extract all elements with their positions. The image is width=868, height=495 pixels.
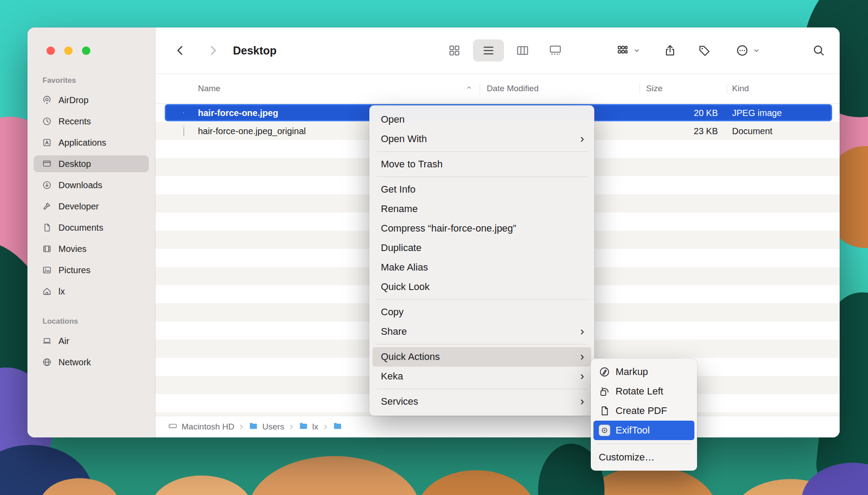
sidebar-item-label: Downloads [58,180,102,190]
submenu-item-exiftool[interactable]: ExifTool [593,421,694,440]
menu-item-open[interactable]: Open [372,110,591,129]
menu-item-rename[interactable]: Rename [372,199,591,219]
column-header-date-modified[interactable]: Date Modified [487,84,539,93]
chevron-right-icon [322,424,329,430]
breadcrumb-truncated[interactable] [333,421,342,433]
column-view-button[interactable] [516,44,529,57]
wallpaper-shape [416,470,536,495]
menu-item-share[interactable]: Share [372,322,591,341]
sidebar-item-developer[interactable]: Developer [34,198,149,215]
documents-icon [42,223,52,232]
sidebar-item-label: Network [58,357,91,367]
sidebar-item-desktop[interactable]: Desktop [34,155,149,172]
menu-item-get-info[interactable]: Get Info [372,180,591,199]
downloads-icon [42,180,52,190]
breadcrumb-users[interactable]: Users [248,421,284,433]
folder-icon [248,421,258,433]
quick-actions-submenu: Markup Rotate Left Create PDF ExifTool C… [591,359,697,471]
zoom-button[interactable] [82,46,90,55]
sidebar-item-airdrop[interactable]: AirDrop [34,92,149,108]
search-button[interactable] [812,44,825,57]
submenu-item-rotate-left[interactable]: Rotate Left [593,382,694,401]
movies-icon [42,244,52,254]
more-button[interactable] [736,44,749,57]
rotate-left-icon [599,386,610,397]
path-bar: Macintosh HD Users lx [155,416,840,437]
share-button[interactable] [663,44,677,57]
developer-icon [42,201,52,211]
close-button[interactable] [46,46,55,55]
back-button[interactable] [174,44,187,57]
airdrop-icon [42,95,52,105]
menu-item-keka[interactable]: Keka [372,367,591,386]
tag-button[interactable] [698,44,711,57]
sidebar-item-downloads[interactable]: Downloads [34,177,149,193]
menu-item-make-alias[interactable]: Make Alias [372,258,591,277]
context-menu: Open Open With Move to Trash Get Info Re… [369,105,594,416]
menu-item-quick-actions[interactable]: Quick Actions [372,347,591,367]
file-kind: Document [732,126,772,136]
submenu-item-markup[interactable]: Markup [593,362,694,382]
sidebar-item-label: Movies [58,244,86,254]
menu-item-services[interactable]: Services [372,392,591,411]
sidebar-item-label: Developer [58,201,99,212]
network-icon [42,357,52,367]
laptop-icon [42,336,52,346]
sidebar-section-locations: Locations [43,317,78,326]
menu-item-move-to-trash[interactable]: Move to Trash [372,155,591,174]
sidebar-item-air[interactable]: Air [34,333,149,349]
markup-icon [599,366,610,378]
sidebar-item-label: Desktop [58,159,91,169]
sidebar-item-label: Recents [58,116,91,127]
file-size: 23 KB [646,126,718,136]
column-header-kind[interactable]: Kind [732,84,749,93]
sidebar-item-network[interactable]: Network [34,354,149,371]
file-size: 20 KB [646,108,718,118]
window-title: Desktop [233,44,277,57]
menu-item-duplicate[interactable]: Duplicate [372,238,591,258]
forward-button[interactable] [206,44,219,57]
wallpaper-shape [151,476,252,495]
menu-item-open-with[interactable]: Open With [372,129,591,149]
sidebar-item-applications[interactable]: Applications [34,134,149,151]
sidebar: Favorites AirDrop Recents Applications D… [27,27,155,437]
submenu-item-create-pdf[interactable]: Create PDF [593,401,694,421]
sidebar-item-label: AirDrop [58,95,89,105]
column-header-size[interactable]: Size [646,84,663,93]
chevron-down-icon [752,46,760,54]
wallpaper-shape [248,456,421,495]
sidebar-item-movies[interactable]: Movies [34,240,149,257]
column-headers: Name Date Modified Size Kind [155,74,840,104]
sidebar-item-recents[interactable]: Recents [34,113,149,130]
chevron-right-icon [238,424,244,430]
minimize-button[interactable] [64,46,73,55]
sidebar-item-home[interactable]: lx [34,283,149,300]
sidebar-item-documents[interactable]: Documents [34,219,149,236]
menu-item-quick-look[interactable]: Quick Look [372,277,591,297]
menu-item-copy[interactable]: Copy [372,302,591,322]
sidebar-item-pictures[interactable]: Pictures [34,262,149,278]
sidebar-item-label: lx [58,286,65,297]
file-kind: JPEG image [732,108,782,118]
breadcrumb-lx[interactable]: lx [298,421,318,433]
applications-icon [42,138,52,147]
group-button[interactable] [616,44,629,57]
gallery-view-button[interactable] [549,44,562,57]
wallpaper-shape [802,463,868,495]
sidebar-item-label: Applications [58,138,106,148]
submenu-item-customize[interactable]: Customize… [593,448,694,467]
file-name: hair-force-one.jpeg [198,108,278,118]
menu-item-compress[interactable]: Compress “hair-force-one.jpeg” [372,219,591,238]
folder-icon [298,421,308,433]
icon-view-button[interactable] [448,44,461,57]
chevron-down-icon [633,46,641,54]
create-pdf-icon [599,405,610,417]
sidebar-item-label: Pictures [58,265,90,275]
menu-divider [376,299,587,300]
column-header-name[interactable]: Name [198,84,221,93]
drive-icon [168,421,178,433]
desktop-icon [42,159,52,169]
list-view-button[interactable] [482,44,495,57]
menu-divider [376,151,587,152]
breadcrumb-macintosh-hd[interactable]: Macintosh HD [168,421,234,433]
